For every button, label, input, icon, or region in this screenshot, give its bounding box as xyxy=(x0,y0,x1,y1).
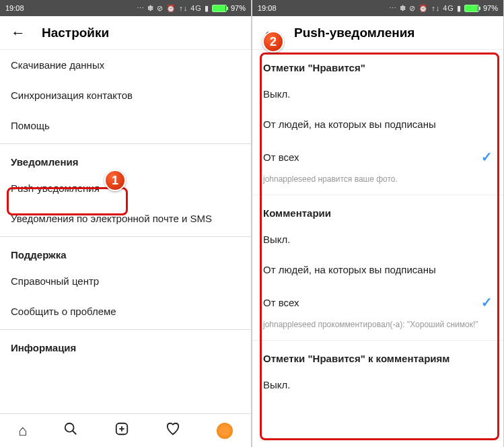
battery-pct: 97% xyxy=(231,4,246,12)
hint-comments: johnappleseed прокомментировал(-а): "Хор… xyxy=(252,320,503,336)
option-comments-following[interactable]: От людей, на которых вы подписаны xyxy=(252,254,503,285)
section-notifications: Уведомления xyxy=(0,144,251,173)
annotation-badge-2: 2 xyxy=(262,31,284,53)
annotation-badge-1: 1 xyxy=(104,170,126,191)
battery-icon xyxy=(212,5,228,12)
search-icon[interactable] xyxy=(63,421,78,440)
option-label: От всех xyxy=(263,151,299,163)
check-icon: ✓ xyxy=(481,149,493,165)
option-label: От всех xyxy=(263,297,299,308)
settings-screen: 19:08 ⋯ ✽ ⊘ ⏰ ↑↓ 4G ▮ 97% ← Настройки Ск… xyxy=(0,0,251,447)
page-title: Push-уведомления xyxy=(294,26,415,40)
battery-pct: 97% xyxy=(483,4,498,12)
row-email-sms[interactable]: Уведомления по электронной почте и SMS xyxy=(0,203,251,234)
group-comment-likes-heading: Отметки "Нравится" к комментариям xyxy=(252,341,503,370)
svg-line-1 xyxy=(73,430,77,434)
row-help-center[interactable]: Справочный центр xyxy=(0,266,251,296)
status-time: 19:08 xyxy=(5,4,24,12)
profile-icon[interactable] xyxy=(217,423,233,439)
back-arrow-icon[interactable]: ← xyxy=(11,24,26,42)
row-help[interactable]: Помощь xyxy=(0,110,251,141)
header: ← Настройки xyxy=(0,16,251,50)
group-comments-heading: Комментарии xyxy=(252,195,503,224)
option-comments-off[interactable]: Выкл. xyxy=(252,224,503,254)
home-icon[interactable]: ⌂ xyxy=(18,422,27,440)
status-time: 19:08 xyxy=(258,4,277,12)
option-comment-likes-off[interactable]: Выкл. xyxy=(252,370,503,400)
status-indicators: ⋯ ✽ ⊘ ⏰ ↑↓ 4G ▮ 97% xyxy=(137,4,246,13)
option-label: Выкл. xyxy=(263,88,290,100)
status-bar: 19:08 ⋯ ✽ ⊘ ⏰ ↑↓ 4G ▮ 97% xyxy=(252,0,503,16)
heart-icon[interactable] xyxy=(166,421,180,440)
option-label: Выкл. xyxy=(263,379,290,390)
row-download-data[interactable]: Скачивание данных xyxy=(0,50,251,80)
push-notifications-screen: 19:08 ⋯ ✽ ⊘ ⏰ ↑↓ 4G ▮ 97% ← Push-уведомл… xyxy=(252,0,503,447)
section-support: Поддержка xyxy=(0,237,251,266)
option-label: Выкл. xyxy=(263,234,290,245)
add-icon[interactable] xyxy=(114,421,129,440)
status-icons: ⋯ ✽ ⊘ ⏰ ↑↓ 4G ▮ xyxy=(389,4,462,13)
row-report-problem[interactable]: Сообщить о проблеме xyxy=(0,296,251,326)
option-likes-everyone[interactable]: От всех✓ xyxy=(252,139,503,174)
check-icon: ✓ xyxy=(481,294,493,310)
hint-likes: johnappleseed нравится ваше фото. xyxy=(252,174,503,191)
option-likes-following[interactable]: От людей, на которых вы подписаны xyxy=(252,109,503,139)
option-comments-everyone[interactable]: От всех✓ xyxy=(252,285,503,320)
page-title: Настройки xyxy=(42,26,109,40)
option-likes-off[interactable]: Выкл. xyxy=(252,79,503,109)
option-label: От людей, на которых вы подписаны xyxy=(263,264,436,275)
row-sync-contacts[interactable]: Синхронизация контактов xyxy=(0,80,251,110)
group-likes-heading: Отметки "Нравится" xyxy=(252,50,503,79)
status-icons: ⋯ ✽ ⊘ ⏰ ↑↓ 4G ▮ xyxy=(137,4,209,13)
svg-point-0 xyxy=(65,423,74,432)
header: ← Push-уведомления xyxy=(252,16,503,50)
option-label: От людей, на которых вы подписаны xyxy=(263,118,436,130)
battery-icon xyxy=(464,5,480,12)
status-indicators: ⋯ ✽ ⊘ ⏰ ↑↓ 4G ▮ 97% xyxy=(389,4,498,13)
bottom-nav: ⌂ xyxy=(0,413,251,447)
status-bar: 19:08 ⋯ ✽ ⊘ ⏰ ↑↓ 4G ▮ 97% xyxy=(0,0,251,16)
section-info: Информация xyxy=(0,330,251,359)
